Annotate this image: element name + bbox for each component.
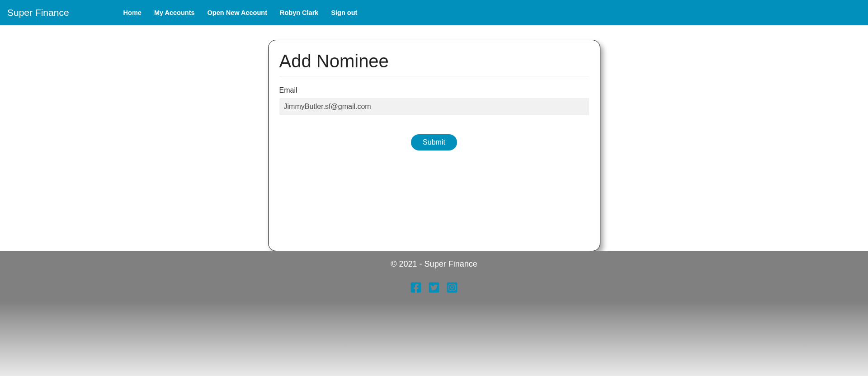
footer: © 2021 - Super Finance xyxy=(0,251,868,376)
twitter-link[interactable] xyxy=(428,282,440,295)
email-label: Email xyxy=(279,86,589,94)
navbar: Super Finance Home My Accounts Open New … xyxy=(0,0,868,25)
nav-my-accounts[interactable]: My Accounts xyxy=(154,9,195,16)
social-links xyxy=(0,282,868,295)
nav-sign-out[interactable]: Sign out xyxy=(331,9,357,16)
divider xyxy=(279,76,589,76)
footer-copyright: © 2021 - Super Finance xyxy=(0,259,868,269)
add-nominee-card: Add Nominee Email Submit xyxy=(268,40,600,251)
brand[interactable]: Super Finance xyxy=(7,7,69,18)
instagram-link[interactable] xyxy=(446,282,458,295)
main-content: Add Nominee Email Submit xyxy=(0,25,868,251)
nav-home[interactable]: Home xyxy=(123,9,142,16)
twitter-icon xyxy=(428,287,440,295)
page-title: Add Nominee xyxy=(279,51,589,71)
instagram-icon xyxy=(446,287,458,295)
submit-wrap: Submit xyxy=(279,134,589,150)
submit-button[interactable]: Submit xyxy=(411,134,457,150)
nav-open-new-account[interactable]: Open New Account xyxy=(208,9,267,16)
facebook-link[interactable] xyxy=(410,282,422,295)
nav-user[interactable]: Robyn Clark xyxy=(280,9,318,16)
email-field[interactable] xyxy=(279,98,589,115)
facebook-icon xyxy=(410,287,422,295)
nav-links: Home My Accounts Open New Account Robyn … xyxy=(123,9,358,16)
